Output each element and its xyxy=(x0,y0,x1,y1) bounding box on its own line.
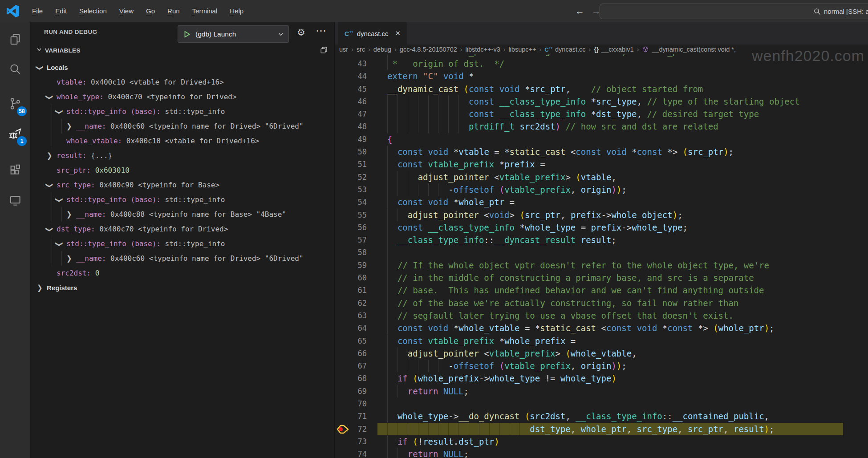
breadcrumb-item[interactable]: libsupc++ xyxy=(508,46,536,53)
code-line-61[interactable]: 61// base. This has undefined behavior a… xyxy=(335,284,868,296)
line-number[interactable]: 66 xyxy=(335,347,367,360)
code-line-55[interactable]: 55adjust_pointer <void> (src_ptr, prefix… xyxy=(335,209,868,221)
menu-selection[interactable]: Selection xyxy=(73,4,113,19)
chevron-down-icon[interactable]: ❯ xyxy=(47,178,53,192)
variable-row[interactable]: ❯whole_type: 0x400c70 <typeinfo for Driv… xyxy=(31,89,334,104)
menu-view[interactable]: View xyxy=(113,4,140,19)
line-number[interactable]: 59 xyxy=(335,259,367,272)
start-debug-icon[interactable] xyxy=(183,30,191,38)
line-number[interactable]: 62 xyxy=(335,297,367,309)
code-line-66[interactable]: 66adjust_pointer <vtable_prefix> (whole_… xyxy=(335,347,868,360)
code-line-59[interactable]: 59// If the whole object vptr doesn't re… xyxy=(335,259,868,272)
explorer-icon[interactable] xyxy=(0,27,30,52)
breadcrumb-item[interactable]: debug xyxy=(373,46,391,53)
line-number[interactable]: 43 xyxy=(335,57,367,70)
menu-help[interactable]: Help xyxy=(223,4,250,19)
code-line-70[interactable]: 70 xyxy=(335,397,868,410)
breadcrumb-item[interactable]: gcc-4.8.5-20150702 xyxy=(400,46,457,53)
code-line-52[interactable]: 52adjust_pointer <vtable_prefix> (vtable… xyxy=(335,171,868,183)
code-line-63[interactable]: 63// segfault later trying to use a vbas… xyxy=(335,309,868,322)
variable-row[interactable]: ❯std::type_info (base): std::type_info xyxy=(31,192,334,207)
chevron-down-icon[interactable]: ❯ xyxy=(47,89,53,104)
code-line-56[interactable]: 56const __class_type_info *whole_type = … xyxy=(335,221,868,234)
chevron-right-icon[interactable]: ❯ xyxy=(66,251,72,266)
line-number[interactable]: 55 xyxy=(335,209,367,221)
code-line-45[interactable]: 45__dynamic_cast (const void *src_ptr, /… xyxy=(335,83,868,95)
code-line-44[interactable]: 44extern "C" void * xyxy=(335,70,868,82)
chevron-down-icon[interactable]: ❯ xyxy=(37,60,43,75)
line-number[interactable]: 58 xyxy=(335,246,367,259)
line-number[interactable]: 47 xyxy=(335,108,367,120)
code-line-47[interactable]: 47const __class_type_info *dst_type, // … xyxy=(335,108,868,120)
variable-row[interactable]: ❯__name: 0x400c60 <typeinfo name for Dri… xyxy=(31,251,334,266)
line-number[interactable]: 72 xyxy=(335,423,367,435)
line-number[interactable]: 57 xyxy=(335,234,367,246)
extensions-icon[interactable] xyxy=(0,158,30,182)
line-number[interactable]: 50 xyxy=(335,146,367,158)
code-line-60[interactable]: 60// in the middle of constructing a pri… xyxy=(335,272,868,284)
line-number[interactable]: 63 xyxy=(335,309,367,322)
gear-icon[interactable]: ⚙ xyxy=(297,27,305,38)
scope-row-locals[interactable]: ❯Locals xyxy=(31,60,334,75)
menu-file[interactable]: File xyxy=(26,4,49,19)
code-line-69[interactable]: 69return NULL; xyxy=(335,385,868,397)
code-line-49[interactable]: 49{ xyxy=(335,133,868,146)
scope-row-registers[interactable]: ❯Registers xyxy=(31,280,334,295)
back-arrow-icon[interactable]: ← xyxy=(575,6,584,16)
code-line-53[interactable]: 53-offsetof (vtable_prefix, origin)); xyxy=(335,183,868,196)
code-line-46[interactable]: 46const __class_type_info *src_type, // … xyxy=(335,95,868,108)
line-number[interactable]: 67 xyxy=(335,360,367,372)
code-line-58[interactable]: 58 xyxy=(335,246,868,259)
line-number[interactable]: 71 xyxy=(335,410,367,422)
breadcrumb-item[interactable]: libstdc++-v3 xyxy=(466,46,500,53)
variable-row[interactable]: ❯dst_type: 0x400c70 <typeinfo for Drived… xyxy=(31,222,334,236)
run-and-debug-icon[interactable]: 1 xyxy=(0,121,30,146)
more-actions-icon[interactable]: ⋯ xyxy=(316,24,327,37)
menu-terminal[interactable]: Terminal xyxy=(186,4,224,19)
line-number[interactable]: 44 xyxy=(335,70,367,82)
variable-row[interactable]: ❯std::type_info (base): std::type_info xyxy=(31,104,334,119)
close-icon[interactable]: ✕ xyxy=(395,29,401,37)
line-number[interactable]: 64 xyxy=(335,322,367,334)
line-number[interactable]: 74 xyxy=(335,448,367,458)
chevron-down-icon[interactable]: ❯ xyxy=(47,222,53,236)
line-number[interactable]: 51 xyxy=(335,158,367,170)
variable-row[interactable]: ❯std::type_info (base): std::type_info xyxy=(31,236,334,251)
line-number[interactable]: 68 xyxy=(335,372,367,385)
chevron-right-icon[interactable]: ❯ xyxy=(66,119,72,134)
chevron-right-icon[interactable]: ❯ xyxy=(47,148,53,163)
code-line-68[interactable]: 68if (whole_prefix->whole_type != whole_… xyxy=(335,372,868,385)
variable-row[interactable]: whole_vtable: 0x400c10 <vtable for Drive… xyxy=(31,134,334,148)
line-number[interactable]: 65 xyxy=(335,335,367,347)
code-line-48[interactable]: 48ptrdiff_t src2dst) // how src and dst … xyxy=(335,120,868,133)
launch-config-dropdown[interactable]: (gdb) Launch xyxy=(178,25,289,43)
code-line-67[interactable]: 67-offsetof (vtable_prefix, origin)); xyxy=(335,360,868,372)
chevron-down-icon[interactable]: ❯ xyxy=(57,104,62,119)
copy-panel-icon[interactable] xyxy=(320,46,328,54)
line-number[interactable]: 45 xyxy=(335,83,367,95)
variable-row[interactable]: src_ptr: 0x603010 xyxy=(31,163,334,178)
line-number[interactable]: 73 xyxy=(335,435,367,448)
line-number[interactable]: 53 xyxy=(335,183,367,196)
code-line-62[interactable]: 62// of the base we're actually construc… xyxy=(335,297,868,309)
chevron-right-icon[interactable]: ❯ xyxy=(37,280,43,295)
code-line-64[interactable]: 64const void *whole_vtable = *static_cas… xyxy=(335,322,868,334)
code-line-54[interactable]: 54const void *whole_ptr = xyxy=(335,196,868,208)
menu-run[interactable]: Run xyxy=(161,4,186,19)
chevron-down-icon[interactable]: ❯ xyxy=(57,236,62,251)
chevron-right-icon[interactable]: ❯ xyxy=(66,207,72,222)
breadcrumb-item[interactable]: usr xyxy=(339,46,348,53)
code-line-65[interactable]: 65const vtable_prefix *whole_prefix = xyxy=(335,335,868,347)
variable-row[interactable]: ❯result: {...} xyxy=(31,148,334,163)
code-line-74[interactable]: 74return NULL; xyxy=(335,448,868,458)
line-number[interactable]: 60 xyxy=(335,272,367,284)
variables-section-header[interactable]: VARIABLES xyxy=(31,45,334,59)
line-number[interactable]: 69 xyxy=(335,385,367,397)
line-number[interactable]: 61 xyxy=(335,284,367,296)
command-center[interactable]: normal [SSH: a xyxy=(600,4,868,19)
code-area[interactable]: 42* Note that dst_ptr is the target of t… xyxy=(335,45,868,458)
line-number[interactable]: 54 xyxy=(335,196,367,208)
variable-row[interactable]: ❯__name: 0x400c60 <typeinfo name for Dri… xyxy=(31,119,334,134)
breadcrumb-item[interactable]: __dynamic_cast(const void *, xyxy=(652,46,736,53)
line-number[interactable]: 56 xyxy=(335,221,367,234)
